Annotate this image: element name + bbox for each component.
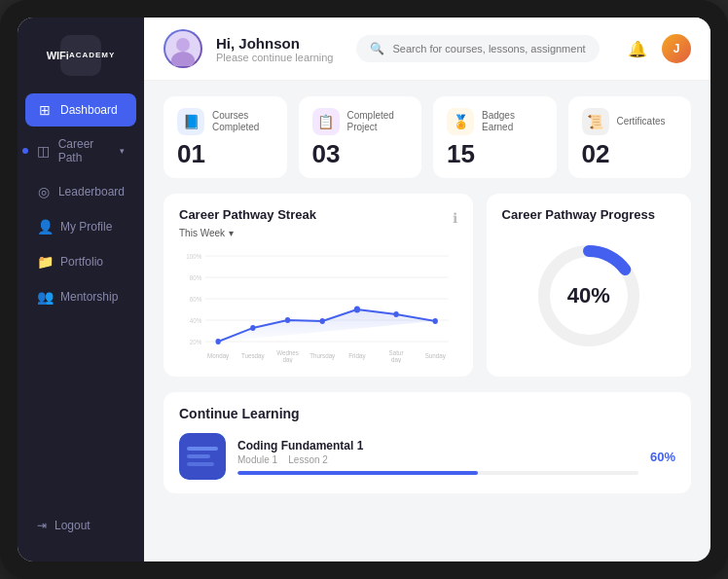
svg-text:day: day xyxy=(391,356,402,363)
svg-text:day: day xyxy=(283,356,294,363)
search-icon: 🔍 xyxy=(370,42,384,55)
svg-point-14 xyxy=(250,325,255,331)
stat-card-top: 📋 Completed Project xyxy=(312,108,409,135)
portfolio-icon: 📁 xyxy=(37,254,53,270)
logout-button[interactable]: ⇥ Logout xyxy=(37,519,125,532)
charts-row: Career Pathway Streak ℹ This Week ▾ xyxy=(164,194,691,377)
svg-point-17 xyxy=(354,307,360,313)
svg-point-15 xyxy=(285,317,290,323)
subtitle-text: Please continue learning xyxy=(216,52,333,63)
stats-row: 📘 Courses Completed 01 📋 Completed Pro xyxy=(164,96,691,178)
user-menu-avatar[interactable]: J xyxy=(662,34,691,63)
svg-rect-34 xyxy=(187,462,214,466)
stat-card-courses: 📘 Courses Completed 01 xyxy=(164,96,287,178)
leaderboard-icon: ◎ xyxy=(37,184,51,199)
courses-icon-box: 📘 xyxy=(177,108,204,135)
info-icon: ℹ xyxy=(453,210,457,226)
period-chevron: ▾ xyxy=(229,228,234,238)
career-path-icon: ◫ xyxy=(37,143,51,159)
sidebar-item-label: Portfolio xyxy=(60,255,103,269)
stat-card-projects: 📋 Completed Project 03 xyxy=(299,96,422,178)
donut-percent-label: 40% xyxy=(567,283,610,308)
svg-point-13 xyxy=(215,339,220,344)
stat-card-top: 🏅 Badges Earned xyxy=(447,108,543,135)
course-progress-percent: 60% xyxy=(650,450,675,464)
search-input[interactable] xyxy=(392,43,586,54)
logout-icon: ⇥ xyxy=(37,519,47,532)
svg-text:60%: 60% xyxy=(190,296,202,303)
sidebar-item-label: My Profile xyxy=(60,220,112,234)
sidebar-item-career-path[interactable]: ◫ Career Path ▾ xyxy=(25,128,136,173)
logo-area: WIFi ACADEMY xyxy=(18,35,144,93)
svg-text:80%: 80% xyxy=(190,274,202,281)
sidebar-item-label: Mentorship xyxy=(60,290,118,304)
project-icon-box: 📋 xyxy=(312,108,340,135)
svg-point-19 xyxy=(433,318,438,324)
svg-text:100%: 100% xyxy=(186,253,201,260)
svg-text:Tuesday: Tuesday xyxy=(241,352,265,360)
chart-area: 100% 80% 60% 40% 20% xyxy=(179,246,457,363)
course-module: Module 1 xyxy=(237,454,277,465)
dashboard-icon: ⊞ xyxy=(37,102,53,118)
sidebar-nav: ⊞ Dashboard ◫ Career Path ▾ ◎ Leaderboar… xyxy=(18,93,144,507)
profile-icon: 👤 xyxy=(37,219,53,235)
header-greeting: Hi, Johnson Please continue learning xyxy=(216,35,333,63)
streak-chart-svg: 100% 80% 60% 40% 20% xyxy=(179,246,457,363)
svg-text:Thursday: Thursday xyxy=(309,352,336,360)
stat-label: Completed Project xyxy=(347,110,409,133)
certificates-icon: 📜 xyxy=(587,114,603,129)
sidebar-item-label: Career Path xyxy=(58,137,112,164)
stat-card-top: 📜 Certificates xyxy=(582,108,678,135)
stat-card-certificates: 📜 Certificates 02 xyxy=(568,96,692,178)
stat-card-badges: 🏅 Badges Earned 15 xyxy=(433,96,557,178)
career-path-wrap: ◫ Career Path ▾ xyxy=(25,128,136,173)
chevron-icon: ▾ xyxy=(120,146,125,156)
logout-label: Logout xyxy=(55,519,91,532)
progress-card-title: Career Pathway Progress xyxy=(502,207,675,222)
svg-text:20%: 20% xyxy=(190,339,202,345)
header-icons: 🔔 J xyxy=(623,34,691,63)
continue-learning-title: Continue Learning xyxy=(179,406,675,421)
project-icon: 📋 xyxy=(317,114,334,129)
progress-bar xyxy=(237,471,638,475)
search-bar[interactable]: 🔍 xyxy=(356,35,600,62)
stat-value: 15 xyxy=(447,141,543,166)
svg-text:Friday: Friday xyxy=(348,352,366,360)
mentorship-icon: 👥 xyxy=(37,289,53,305)
user-avatar xyxy=(164,29,202,68)
tablet-inner: WIFi ACADEMY ⊞ Dashboard ◫ Career Path ▾ xyxy=(18,18,710,561)
streak-card: Career Pathway Streak ℹ This Week ▾ xyxy=(164,194,473,377)
stat-value: 03 xyxy=(312,141,409,166)
sidebar-footer: ⇥ Logout xyxy=(18,507,144,544)
sidebar-item-dashboard[interactable]: ⊞ Dashboard xyxy=(25,93,136,127)
header: Hi, Johnson Please continue learning 🔍 🔔… xyxy=(144,18,710,81)
stat-value: 02 xyxy=(582,141,678,166)
sidebar-item-my-profile[interactable]: 👤 My Profile xyxy=(25,210,136,243)
logo: WIFi ACADEMY xyxy=(60,35,101,76)
progress-card: Career Pathway Progress 40% xyxy=(487,194,691,377)
sidebar-item-leaderboard[interactable]: ◎ Leaderboard xyxy=(25,175,136,208)
tablet-frame: WIFi ACADEMY ⊞ Dashboard ◫ Career Path ▾ xyxy=(0,0,728,579)
svg-point-18 xyxy=(393,311,398,317)
main-content: Hi, Johnson Please continue learning 🔍 🔔… xyxy=(144,18,710,561)
course-info: Coding Fundamental 1 Module 1 Lesson 2 xyxy=(237,439,638,475)
sidebar-item-portfolio[interactable]: 📁 Portfolio xyxy=(25,245,136,278)
greeting-text: Hi, Johnson xyxy=(216,35,333,52)
notification-bell[interactable]: 🔔 xyxy=(623,34,652,63)
course-thumbnail xyxy=(179,433,226,480)
period-label: This Week xyxy=(179,228,225,238)
content-body: 📘 Courses Completed 01 📋 Completed Pro xyxy=(144,81,710,561)
active-dot xyxy=(22,148,28,154)
stat-label: Badges Earned xyxy=(482,110,543,133)
sidebar: WIFi ACADEMY ⊞ Dashboard ◫ Career Path ▾ xyxy=(18,18,144,561)
sidebar-item-mentorship[interactable]: 👥 Mentorship xyxy=(25,280,136,313)
course-name: Coding Fundamental 1 xyxy=(237,439,638,452)
badges-icon-box: 🏅 xyxy=(447,108,474,135)
course-item: Coding Fundamental 1 Module 1 Lesson 2 6… xyxy=(179,433,675,480)
certificates-icon-box: 📜 xyxy=(582,108,609,135)
course-lesson: Lesson 2 xyxy=(288,454,328,465)
course-meta: Module 1 Lesson 2 xyxy=(237,454,638,465)
svg-point-16 xyxy=(320,318,325,324)
courses-icon: 📘 xyxy=(183,114,200,129)
period-selector[interactable]: This Week ▾ xyxy=(179,228,457,238)
